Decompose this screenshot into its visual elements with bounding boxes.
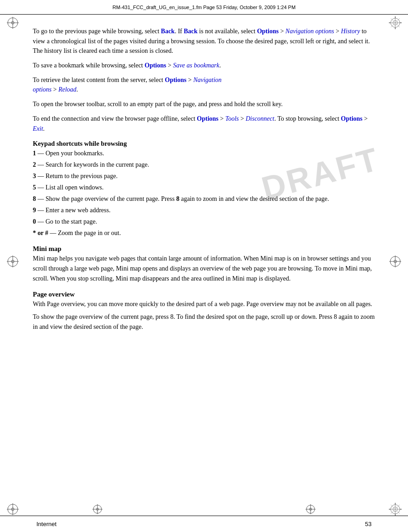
keypad-item-1: 1 — Open your bookmarks.: [33, 148, 375, 158]
corner-mark-bot-left: [6, 503, 19, 516]
key-0-text: — Go to the start page.: [36, 218, 97, 225]
para3-gt2: >: [51, 86, 58, 93]
para3-text-before: To retrieve the latest content from the …: [33, 77, 165, 83]
key-star-hash-text: — Zoom the page in or out.: [48, 230, 121, 236]
para2-gt: >: [166, 62, 173, 69]
key-5-text: — List all open windows.: [36, 184, 104, 191]
para1-history-link: History: [341, 28, 360, 35]
para4-text: To open the browser toolbar, scroll to a…: [33, 101, 283, 107]
keypad-section-heading: Keypad shortcuts while browsing: [33, 140, 375, 148]
para1-back2-link: Back: [184, 28, 197, 35]
para5-options1-link: Options: [197, 115, 218, 122]
footer-left: Internet: [36, 521, 56, 527]
key-9-text: — Enter a new web address.: [36, 207, 111, 214]
para5-gt2: >: [239, 115, 246, 122]
para3-options-link: Options: [165, 77, 186, 83]
para1-options-link: Options: [257, 28, 278, 35]
key-1-text: — Open your bookmarks.: [36, 150, 104, 157]
corner-mark-mid-left: [6, 255, 19, 268]
para3-text-end: .: [76, 86, 78, 93]
para1-gt1: >: [279, 28, 286, 35]
footer-right: 53: [365, 521, 372, 527]
page-overview-para1: With Page overview, you can move more qu…: [33, 299, 375, 309]
para5-text-before: To end the connection and view the brows…: [33, 115, 197, 122]
key-2: 2: [33, 161, 36, 168]
key-0: 0: [33, 218, 36, 225]
key-star-hash: * or #: [33, 230, 48, 236]
para2-text-before: To save a bookmark while browsing, selec…: [33, 62, 145, 69]
keypad-item-star-hash: * or # — Zoom the page in or out.: [33, 228, 375, 238]
para5-tools-link: Tools: [225, 115, 239, 122]
key-8: 8: [33, 195, 36, 202]
para1-gt2: >: [334, 28, 341, 35]
para1-back1-link: Back: [161, 28, 174, 35]
para2-text-end: .: [219, 62, 221, 69]
keypad-item-2: 2 — Search for keywords in the current p…: [33, 160, 375, 169]
para5-options2-link: Options: [341, 115, 362, 122]
page-overview-key1: 8: [170, 313, 173, 320]
header-bar: RM-431_FCC_draft_UG_en_issue_1.fm Page 5…: [0, 0, 408, 15]
key-8-again: 8: [176, 195, 179, 202]
paragraph-1: To go to the previous page while browsin…: [33, 26, 375, 56]
para3-options-lower-link: options: [33, 86, 51, 93]
para3-gt1: >: [186, 77, 193, 83]
header-text: RM-431_FCC_draft_UG_en_issue_1.fm Page 5…: [112, 5, 296, 10]
para2-options-link: Options: [145, 62, 166, 69]
corner-mark-top-left: [6, 16, 19, 29]
para1-text-before: To go to the previous page while browsin…: [33, 28, 161, 35]
paragraph-4: To open the browser toolbar, scroll to a…: [33, 99, 375, 109]
page-overview-text-mid: . To find the desired spot on the page, …: [173, 313, 334, 320]
page: RM-431_FCC_draft_UG_en_issue_1.fm Page 5…: [0, 0, 408, 532]
mini-map-paragraph: Mini map helps you navigate web pages th…: [33, 254, 375, 283]
keypad-item-9: 9 — Enter a new web address.: [33, 205, 375, 215]
corner-mark-mid-right: [389, 255, 402, 268]
page-overview-para2: To show the page overview of the current…: [33, 312, 375, 332]
key-5: 5: [33, 184, 36, 191]
key-3-text: — Return to the previous page.: [36, 173, 117, 179]
key-8-text-before: — Show the page overview of the current …: [36, 195, 176, 202]
key-1: 1: [33, 150, 36, 157]
para1-text-not-avail: is not available, select: [198, 28, 257, 35]
para5-text-end: .: [43, 125, 45, 132]
para5-exit-link: Exit: [33, 125, 43, 132]
keypad-item-8: 8 — Show the page overview of the curren…: [33, 194, 375, 204]
para5-text-mid: . To stop browsing, select: [274, 115, 341, 122]
main-content: To go to the previous page while browsin…: [33, 18, 375, 514]
keypad-item-0: 0 — Go to the start page.: [33, 217, 375, 226]
footer-bar: Internet 53: [0, 516, 408, 532]
page-overview-text-before: To show the page overview of the current…: [33, 313, 170, 320]
key-9: 9: [33, 207, 36, 214]
paragraph-2: To save a bookmark while browsing, selec…: [33, 61, 375, 71]
para5-gt3: >: [362, 115, 367, 122]
para5-gt1: >: [219, 115, 225, 122]
para3-reload-link: Reload: [58, 86, 76, 93]
page-overview-heading: Page overview: [33, 291, 375, 298]
key-3: 3: [33, 173, 36, 179]
paragraph-3: To retrieve the latest content from the …: [33, 75, 375, 95]
para3-navigation-link: Navigation: [193, 77, 221, 83]
para5-disconnect-link: Disconnect: [245, 115, 274, 122]
paragraph-5: To end the connection and view the brows…: [33, 114, 375, 133]
para2-save-bookmark-link: Save as bookmark: [173, 62, 219, 69]
keypad-item-5: 5 — List all open windows.: [33, 183, 375, 192]
para1-nav-options-link: Navigation options: [286, 28, 334, 35]
key-8-text-after: again to zoom in and view the desired se…: [179, 195, 329, 202]
key-2-text: — Search for keywords in the current pag…: [36, 161, 149, 168]
corner-mark-bot-right: [389, 503, 402, 516]
mini-map-heading: Mini map: [33, 245, 375, 253]
keypad-item-3: 3 — Return to the previous page.: [33, 171, 375, 181]
corner-mark-top-right: [389, 16, 402, 29]
para1-text-if: . If: [175, 28, 184, 35]
